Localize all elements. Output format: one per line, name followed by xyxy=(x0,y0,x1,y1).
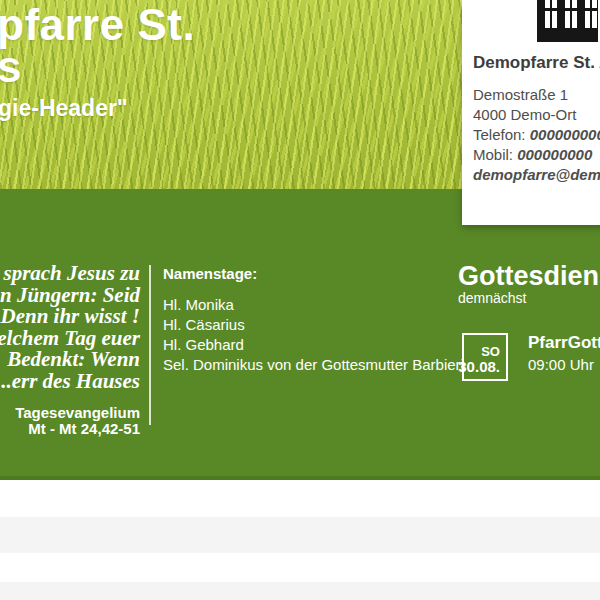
vertical-divider xyxy=(149,265,151,425)
event-date-box: SO 30.08. xyxy=(462,333,508,381)
phone-label: Telefon: xyxy=(473,126,526,143)
address-street: Demostraße 1 xyxy=(473,85,600,105)
gospel-caption-title: Tagesevangelium xyxy=(0,405,140,421)
site-title-line1: pfarre St. xyxy=(0,3,195,47)
phone-line: Telefon: 000000000 xyxy=(473,125,600,145)
contact-card: Demopfarre St. Agnes Demostraße 1 4000 D… xyxy=(462,0,600,225)
verse-line: n Jüngern: Seid xyxy=(0,285,140,307)
mobile-value: 000000000 xyxy=(517,146,592,163)
event-date: 30.08. xyxy=(458,359,500,375)
mobile-line: Mobil: 000000000 xyxy=(473,145,600,165)
event-time: 09:00 Uhr xyxy=(528,356,600,373)
services-section: Gottesdienste demnächst SO 30.08. PfarrG… xyxy=(458,262,600,381)
verse-line: sprach Jesus zu xyxy=(0,263,140,285)
logo-window-icon xyxy=(545,0,557,28)
namenstage-item: Hl. Cäsarius xyxy=(163,315,464,335)
header-grass-image: pfarre St. s gie-Header" xyxy=(0,0,462,189)
logo-window-icon xyxy=(565,0,577,28)
email-link[interactable]: demopfarre@demopfa xyxy=(473,165,600,185)
verse-line: elchem Tag euer xyxy=(0,328,140,350)
gospel-caption-reference: Mt - Mt 24,42-51 xyxy=(0,421,140,437)
services-heading: Gottesdienste xyxy=(458,262,600,290)
services-subheading: demnächst xyxy=(458,290,600,306)
namenstage-item: Hl. Monika xyxy=(163,295,464,315)
verse-line: err des Hauses... xyxy=(0,371,140,393)
event-day: SO xyxy=(481,345,500,359)
content-band-gray-2 xyxy=(0,582,600,600)
namenstage-heading: Namenstage: xyxy=(163,266,464,282)
event-title: PfarrGottesdienst xyxy=(528,333,600,352)
info-band: sprach Jesus zu n Jüngern: Seid ! Denn i… xyxy=(0,189,600,480)
address-city: 4000 Demo-Ort xyxy=(473,105,600,125)
event-info: PfarrGottesdienst 09:00 Uhr xyxy=(528,333,600,381)
daily-gospel-verse: sprach Jesus zu n Jüngern: Seid ! Denn i… xyxy=(0,263,140,392)
site-subtitle: gie-Header" xyxy=(0,97,128,120)
namenstage-list: Hl. Monika Hl. Cäsarius Hl. Gebhard Sel.… xyxy=(163,295,464,375)
service-event-row[interactable]: SO 30.08. PfarrGottesdienst 09:00 Uhr xyxy=(462,333,600,381)
phone-value: 000000000 xyxy=(530,126,600,143)
logo-window-icon xyxy=(585,0,597,28)
page: pfarre St. s gie-Header" Demopfarre St. … xyxy=(0,0,600,600)
site-title-line2: s xyxy=(0,45,21,89)
content-band-gray-1 xyxy=(0,517,600,553)
namenstage-item: Sel. Dominikus von der Gottesmutter Barb… xyxy=(163,355,464,375)
namenstage-section: Namenstage: Hl. Monika Hl. Cäsarius Hl. … xyxy=(163,266,464,375)
namenstage-item: Hl. Gebhard xyxy=(163,335,464,355)
parish-building-logo-icon[interactable] xyxy=(537,0,598,42)
verse-line: ! Denn ihr wisst xyxy=(0,306,140,328)
parish-name: Demopfarre St. Agnes xyxy=(473,53,600,73)
mobile-label: Mobil: xyxy=(473,146,513,163)
verse-line: Bedenkt: Wenn xyxy=(0,349,140,371)
